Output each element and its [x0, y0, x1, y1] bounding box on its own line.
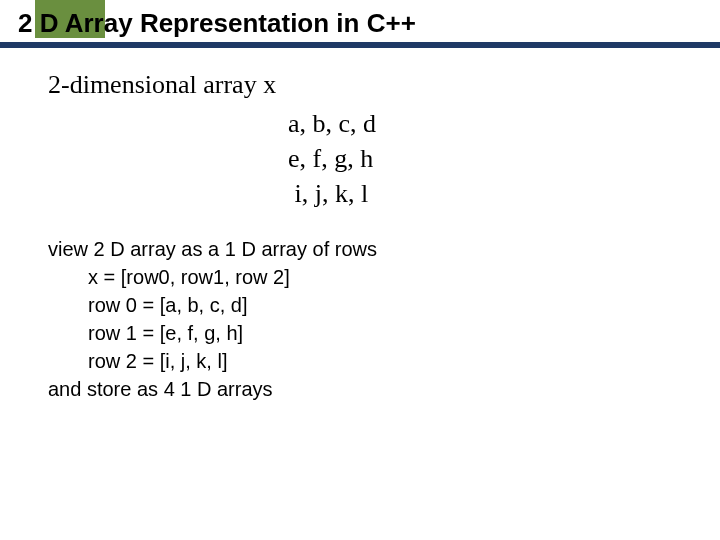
body-line-last: and store as 4 1 D arrays	[48, 375, 377, 403]
slide-title: 2 D Array Representation in C++	[18, 8, 416, 39]
body-line-view: view 2 D array as a 1 D array of rows	[48, 235, 377, 263]
body-line-row1: row 1 = [e, f, g, h]	[48, 319, 377, 347]
array-block: a, b, c, d e, f, g, h i, j, k, l	[288, 106, 376, 211]
title-underline	[0, 42, 720, 48]
array-row-0: a, b, c, d	[288, 106, 376, 141]
array-row-1: e, f, g, h	[288, 141, 376, 176]
array-row-2: i, j, k, l	[288, 176, 376, 211]
body-line-row2: row 2 = [i, j, k, l]	[48, 347, 377, 375]
body-line-row0: row 0 = [a, b, c, d]	[48, 291, 377, 319]
intro-text: 2-dimensional array x	[48, 70, 276, 100]
body-line-x: x = [row0, row1, row 2]	[48, 263, 377, 291]
body-block: view 2 D array as a 1 D array of rows x …	[48, 235, 377, 403]
